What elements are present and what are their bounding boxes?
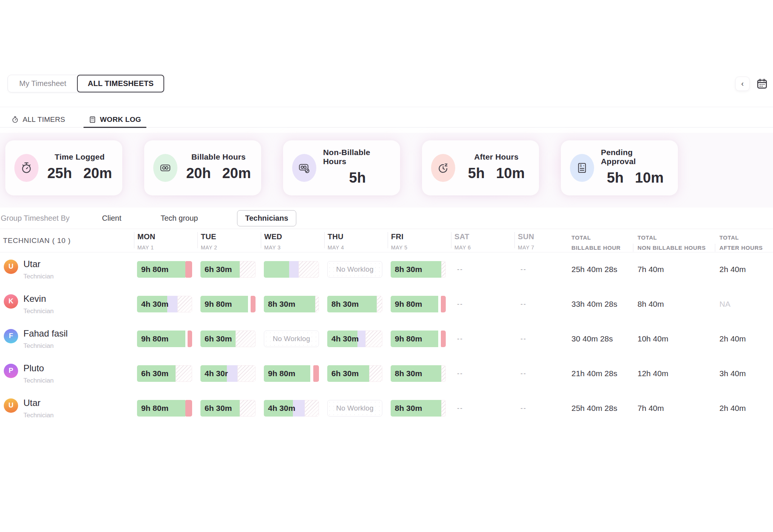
worklog-bar[interactable]: 9h 80m: [137, 400, 192, 417]
worklog-cell-wed: No Worklog: [261, 331, 324, 347]
scope-tab-all-timesheets[interactable]: ALL TIMESHEETS: [77, 75, 164, 92]
worklog-bar[interactable]: 4h 30m: [327, 331, 382, 347]
group-by-option-technicians[interactable]: Technicians: [237, 210, 296, 226]
card-title: Billable Hours: [191, 152, 246, 161]
technician-role: Technician: [23, 342, 68, 350]
bar-segment-hatch: [441, 400, 446, 417]
worklog-cell-wed: [261, 261, 324, 278]
worklog-bar[interactable]: 9h 80m: [137, 331, 192, 347]
card-hours: 5h: [468, 165, 485, 181]
worklog-bar[interactable]: 8h 30m: [327, 296, 382, 312]
worklog-bar[interactable]: 9h 80m: [391, 296, 446, 312]
worklog-bar[interactable]: 6h 30m: [137, 365, 192, 382]
column-separator: [451, 232, 451, 248]
view-tabbar: ALL TIMERSWORK LOG: [0, 112, 773, 128]
scope-tab-my-timesheet[interactable]: My Timesheet: [8, 75, 77, 92]
bar-segment-hatch: [441, 365, 446, 382]
bar-segment-hatch: [377, 296, 382, 312]
worklog-bar[interactable]: 6h 30m: [200, 331, 256, 347]
worklog-cell-fri: 8h 30m: [388, 261, 451, 278]
technician-name-block: PlutoTechnician: [23, 363, 54, 384]
worklog-bar[interactable]: 8h 30m: [391, 400, 446, 417]
worklog-bar[interactable]: 4h 30m: [137, 296, 192, 312]
worklog-bar[interactable]: 8h 30m: [391, 261, 446, 278]
group-by-option-tech-group[interactable]: Tech group: [160, 214, 198, 223]
day-date: MAY 6: [454, 244, 514, 251]
worklog-bar[interactable]: [264, 261, 319, 278]
tab-all-timers[interactable]: ALL TIMERS: [11, 112, 65, 127]
day-date: MAY 4: [328, 244, 388, 251]
bar-segment-hatch: [240, 261, 256, 278]
day-name: TUE: [201, 232, 261, 241]
worklog-bar[interactable]: 9h 80m: [264, 365, 319, 382]
technician-row[interactable]: PPlutoTechnician6h 30m4h 30r9h 80m6h 30m…: [0, 356, 773, 391]
worklog-cell-mon: 4h 30m: [134, 296, 197, 312]
technician-name-block: Fahad fasilTechnician: [23, 328, 68, 350]
summary-card-billable-hours: Billable Hours20h20m: [144, 140, 261, 195]
worklog-bar[interactable]: 9h 80m: [200, 296, 256, 312]
technician-row[interactable]: KKevinTechnician4h 30m9h 80m8h 30m8h 30m…: [0, 287, 773, 321]
technician-name: Fahad fasil: [23, 328, 68, 339]
day-name: THU: [328, 232, 388, 241]
technician-name: Pluto: [23, 363, 54, 374]
total-value-2: 2h 40m: [719, 404, 773, 413]
total-header-line1: TOTAL: [719, 234, 773, 241]
bar-label: 6h 30m: [205, 404, 232, 413]
total-header-line1: TOTAL: [571, 234, 637, 241]
worklog-cell-thu: No Worklog: [324, 400, 388, 417]
worklog-cell-sat: --: [451, 404, 514, 412]
worklog-bar[interactable]: 8h 30m: [264, 296, 319, 312]
bar-segment-gap: [438, 331, 441, 347]
technician-row[interactable]: FFahad fasilTechnician9h 80m6h 30mNo Wor…: [0, 321, 773, 356]
day-column-header-sun: SUNMAY 7: [514, 229, 571, 252]
billable-card-icon: [153, 154, 177, 182]
worklog-bar[interactable]: 9h 80m: [391, 331, 446, 347]
worklog-cell-mon: 9h 80m: [134, 400, 197, 417]
worklog-cell-mon: 9h 80m: [134, 331, 197, 347]
group-by-option-client[interactable]: Client: [102, 214, 121, 223]
worklog-cell-fri: 8h 30m: [388, 365, 451, 382]
bar-segment-hatch: [365, 331, 382, 347]
card-body: Time Logged25h20m: [45, 152, 114, 181]
card-body: Non-Billable Hours5h: [323, 148, 392, 186]
worklog-bar[interactable]: 6h 30m: [200, 261, 256, 278]
card-title: After Hours: [474, 152, 519, 161]
technician-role: Technician: [23, 308, 54, 315]
calendar-icon[interactable]: [756, 77, 768, 90]
worklog-cell-tue: 9h 80m: [197, 296, 261, 312]
card-value: 25h20m: [47, 165, 112, 181]
table-header-row: TECHNICIAN ( 10 )MONMAY 1TUEMAY 2WEDMAY …: [0, 229, 773, 252]
tab-work-log[interactable]: WORK LOG: [89, 112, 141, 127]
card-hours: 5h: [607, 170, 624, 186]
worklog-bar[interactable]: 8h 30m: [391, 365, 446, 382]
technician-row[interactable]: UUtarTechnician9h 80m6h 30m4h 30mNo Work…: [0, 391, 773, 426]
collapse-panel-button[interactable]: ‹: [735, 77, 750, 91]
worklog-bar[interactable]: 6h 30m: [200, 400, 256, 417]
bar-label: 4h 30m: [268, 404, 295, 413]
no-worklog-pill[interactable]: No Worklog: [327, 400, 382, 417]
technician-row[interactable]: UUtarTechnician9h 80m6h 30mNo Worklog8h …: [0, 252, 773, 287]
worklog-cell-tue: 6h 30m: [197, 261, 261, 278]
worklog-bar[interactable]: 4h 30r: [200, 365, 256, 382]
day-date: MAY 3: [264, 244, 324, 251]
card-title: Non-Billable Hours: [323, 148, 392, 166]
no-worklog-pill[interactable]: No Worklog: [264, 331, 319, 347]
bar-segment-red: [441, 296, 446, 312]
empty-day-dashes: --: [517, 266, 571, 274]
group-timesheet-by-row: Group Timesheet ByClientTech groupTechni…: [0, 208, 773, 229]
total-value-0: 21h 40m 28s: [571, 369, 637, 378]
summary-card-non-billable-hours: Non-Billable Hours5h: [283, 140, 400, 195]
bar-segment-red: [251, 296, 256, 312]
top-toolbar: My TimesheetALL TIMESHEETS ‹: [8, 75, 768, 92]
no-worklog-pill[interactable]: No Worklog: [327, 261, 382, 278]
total-column-header-non-billable-hours: TOTALNON BILLABLE HOURS: [637, 229, 719, 252]
empty-day-dashes: --: [517, 404, 571, 412]
bar-segment-lavender: [289, 261, 299, 278]
worklog-cell-sat: --: [451, 370, 514, 378]
total-value-2: NA: [719, 300, 773, 309]
worklog-bar[interactable]: 6h 30m: [327, 365, 382, 382]
worklog-bar[interactable]: 4h 30m: [264, 400, 319, 417]
worklog-bar[interactable]: 9h 80m: [137, 261, 192, 278]
column-separator: [388, 232, 388, 248]
day-date: MAY 1: [137, 244, 197, 251]
